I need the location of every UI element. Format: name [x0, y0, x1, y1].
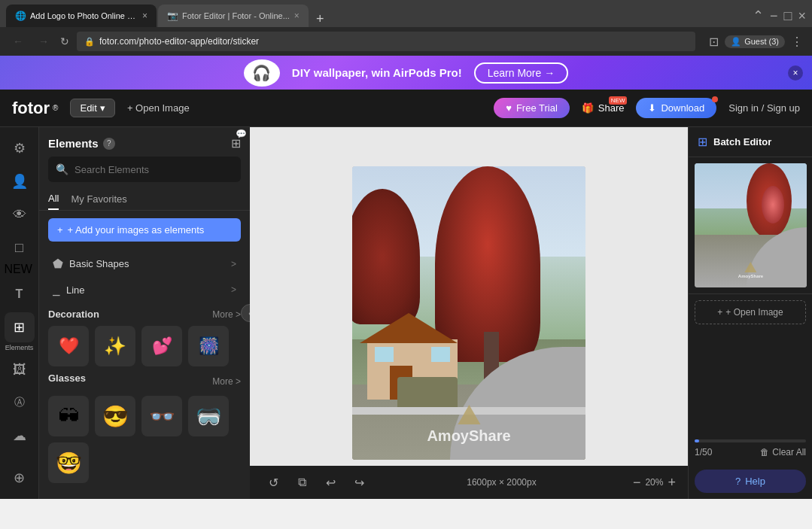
- decoration-title: Decoration: [48, 309, 99, 320]
- download-button[interactable]: ⬇ Download: [636, 98, 716, 118]
- plus-open-icon: +: [717, 307, 722, 318]
- guest-label: Guest (3): [744, 37, 779, 46]
- signin-button[interactable]: Sign in / Sign up: [728, 102, 800, 114]
- address-bar: ← → ↻ 🔒 fotor.com/photo-editor-app/edito…: [0, 27, 812, 56]
- sidebar-preview[interactable]: 👁: [5, 199, 35, 230]
- glasses-item-3[interactable]: 👓: [141, 396, 182, 436]
- open-image-button[interactable]: + Open Image: [127, 102, 190, 114]
- tab-1[interactable]: 🌐 Add Logo to Photo Online for... ×: [6, 5, 157, 27]
- browser-icons: ⊡ 👤 Guest (3) ⋮: [709, 35, 803, 49]
- open-image-label: + Open Image: [127, 102, 190, 114]
- maximize-icon[interactable]: □: [784, 8, 792, 24]
- help-button[interactable]: ? Help: [695, 470, 806, 493]
- new-tab-button[interactable]: +: [310, 11, 330, 27]
- glasses-section: Glasses More > 🕶 😎 👓 🥽 🤓: [39, 369, 250, 486]
- tab1-label: Add Logo to Photo Online for...: [30, 11, 138, 20]
- autumn-photo: AmoyShare: [352, 166, 585, 460]
- thumb-watermark-text: AmoyShare: [738, 274, 763, 278]
- edit-button[interactable]: Edit ▾: [70, 99, 114, 117]
- panel-help-button[interactable]: ?: [103, 138, 115, 150]
- clear-all-button[interactable]: 🗑 Clear All: [760, 447, 806, 458]
- basic-shapes-label: Basic Shapes: [69, 258, 225, 269]
- panel-header: Elements ? ⊞: [39, 127, 250, 157]
- banner-close-button[interactable]: ×: [788, 65, 803, 81]
- glasses-item-1[interactable]: 🕶: [48, 396, 89, 436]
- heart-icon: ♥: [506, 102, 512, 114]
- duplicate-button[interactable]: ⧉: [290, 471, 313, 494]
- batch-editor-title: Batch Editor: [713, 136, 771, 147]
- browser-menu-button[interactable]: ⋮: [791, 35, 803, 49]
- refresh-button[interactable]: ↻: [60, 35, 69, 47]
- thumb-tree-2: [762, 186, 784, 223]
- glasses-item-2[interactable]: 😎: [95, 396, 135, 436]
- watermark-triangle: [458, 405, 480, 424]
- tab-2[interactable]: 📷 Fotor Editor | Fotor - Online... ×: [158, 5, 309, 27]
- glasses-more-button[interactable]: More >: [212, 376, 241, 387]
- forward-button[interactable]: →: [35, 35, 53, 47]
- basic-shapes-icon: ⬟: [53, 257, 63, 271]
- deco-item-sparkle[interactable]: ✨: [95, 326, 135, 366]
- glasses-item-4[interactable]: 🥽: [188, 396, 229, 436]
- url-text: fotor.com/photo-editor-app/editor/sticke…: [99, 36, 259, 47]
- watermark: AmoyShare: [427, 405, 510, 445]
- panel-tabs: All My Favorites: [39, 190, 250, 211]
- icon-sidebar: ⚙ 👤 👁 □ NEW T ⊞ Elements 🖼 Ⓐ ☁ ⊕: [0, 127, 39, 499]
- url-bar[interactable]: 🔒 fotor.com/photo-editor-app/editor/stic…: [77, 32, 695, 51]
- sidebar-account[interactable]: 👤: [5, 166, 35, 196]
- tab2-label: Fotor Editor | Fotor - Online...: [182, 11, 290, 20]
- category-line[interactable]: ⎯ Line >: [44, 277, 245, 303]
- glasses-item-5[interactable]: 🤓: [48, 442, 89, 483]
- free-trial-button[interactable]: ♥ Free Trial: [494, 98, 570, 118]
- tab-all[interactable]: All: [48, 190, 59, 210]
- canvas-toolbar: ↺ ⧉ ↩ ↪ 1600px × 2000px − 20% +: [250, 466, 688, 499]
- redo-button[interactable]: ↪: [348, 471, 370, 494]
- help-question-icon: ?: [735, 476, 741, 487]
- sidebar-more[interactable]: ⊕: [5, 463, 35, 493]
- progress-bar: [695, 439, 806, 442]
- share-icon: 🎁: [582, 102, 594, 114]
- back-button[interactable]: ←: [9, 35, 27, 47]
- sidebar-elements[interactable]: ⊞: [5, 312, 35, 342]
- promo-banner: 🎧 DIY wallpaper, win AirPods Pro! Learn …: [0, 56, 812, 90]
- zoom-out-button[interactable]: −: [633, 475, 641, 491]
- zoom-in-button[interactable]: +: [668, 475, 676, 491]
- deco-item-firework[interactable]: 🎆: [188, 326, 229, 366]
- tab-favorites[interactable]: My Favorites: [71, 190, 126, 210]
- sidebar-elements-label: Elements: [5, 344, 34, 351]
- deco-item-heart[interactable]: ❤️💬: [48, 326, 89, 366]
- share-button[interactable]: 🎁 Share NEW: [582, 102, 625, 114]
- sidebar-settings[interactable]: ⚙: [5, 133, 35, 163]
- decoration-more-button[interactable]: More >: [212, 309, 241, 320]
- category-basic-shapes[interactable]: ⬟ Basic Shapes >: [44, 251, 245, 277]
- download-label: Download: [661, 102, 704, 114]
- search-input[interactable]: [75, 164, 233, 175]
- add-images-button[interactable]: + + Add your images as elements: [48, 218, 241, 242]
- decoration-items: ❤️💬 ✨ 💕 🎆: [48, 326, 241, 366]
- tab2-close[interactable]: ×: [294, 11, 300, 21]
- zoom-level: 20%: [645, 477, 663, 488]
- undo-button[interactable]: ↩: [319, 471, 342, 494]
- canvas-area: AmoyShare ↺ ⧉ ↩ ↪ 1600px × 2000px − 20% …: [250, 127, 688, 499]
- sidebar-cloud[interactable]: ☁: [5, 421, 35, 451]
- sidebar-effects[interactable]: Ⓐ: [5, 388, 35, 418]
- minimize-icon[interactable]: −: [770, 8, 778, 24]
- layers-new-badge: NEW: [5, 263, 32, 275]
- chevron-up-icon[interactable]: ⌃: [753, 8, 764, 24]
- sidebar-layers[interactable]: □: [5, 233, 35, 263]
- right-open-image-button[interactable]: + + Open Image: [695, 300, 806, 324]
- guest-profile[interactable]: 👤 Guest (3): [725, 35, 785, 48]
- window-left: [375, 347, 394, 362]
- tab1-close[interactable]: ×: [142, 11, 147, 21]
- thumbnail-image: AmoyShare: [695, 163, 807, 287]
- learn-more-button[interactable]: Learn More →: [474, 62, 568, 84]
- sidebar-frames[interactable]: 🖼: [5, 354, 35, 385]
- panel-title: Elements: [48, 137, 99, 150]
- sidebar-layers-wrapper: □ NEW: [5, 233, 35, 276]
- line-arrow: >: [231, 284, 236, 295]
- screen-cast-button[interactable]: ⊡: [709, 35, 719, 49]
- canvas-image[interactable]: AmoyShare: [352, 166, 585, 460]
- rotate-button[interactable]: ↺: [262, 471, 284, 494]
- deco-item-hearts[interactable]: 💕: [141, 326, 182, 366]
- sidebar-text[interactable]: T: [5, 279, 35, 309]
- close-icon[interactable]: ×: [798, 8, 806, 24]
